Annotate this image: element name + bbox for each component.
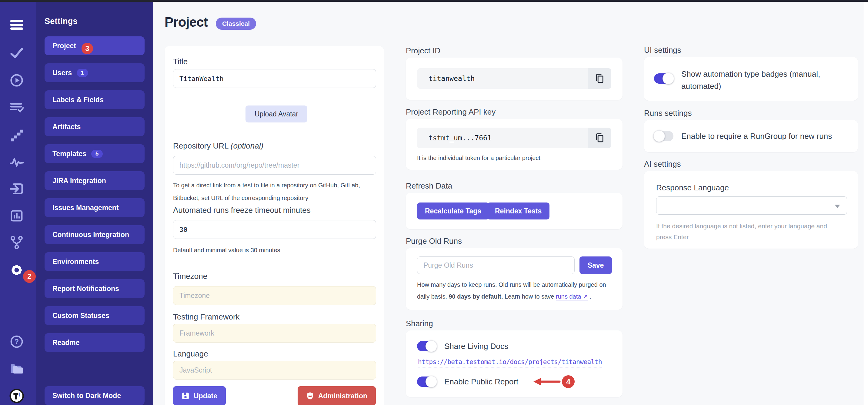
ui-settings-card: Show automation type badges (manual, aut… — [644, 57, 858, 101]
tests-check-icon[interactable] — [9, 46, 24, 60]
sidebar-item-readme[interactable]: Readme — [44, 333, 145, 352]
runs-settings-label: Runs settings — [644, 108, 692, 118]
sidebar-item-report-notifications[interactable]: Report Notifications — [44, 279, 145, 298]
language-input[interactable] — [173, 361, 376, 379]
branches-icon[interactable] — [9, 235, 24, 250]
import-icon[interactable] — [9, 182, 24, 196]
sidebar-item-project[interactable]: Project 3 — [44, 36, 145, 55]
ai-settings-card: Response Language If the desired languag… — [644, 171, 858, 249]
rungroup-row: Enable to require a RunGroup for new run… — [654, 131, 832, 141]
title-input[interactable] — [173, 69, 376, 88]
project-form-card: Title Upload Avatar Repository URL (opti… — [164, 46, 384, 405]
update-button[interactable]: Update — [173, 386, 226, 405]
api-key-card: tstmt_um...7661 It is the individual tok… — [406, 119, 622, 170]
response-language-label: Response Language — [656, 183, 729, 192]
share-living-docs-row: Share Living Docs — [417, 341, 508, 351]
red-arrow-icon — [533, 377, 561, 386]
purge-old-runs-input[interactable] — [417, 256, 575, 274]
sidebar-item-jira-integration[interactable]: JIRA Integration — [44, 171, 145, 190]
projects-folder-icon[interactable] — [9, 361, 24, 376]
project-id-value: titanwealth — [417, 74, 588, 83]
settings-sidebar: Settings Project 3 Users 1 Labels & Fiel… — [36, 0, 153, 405]
runs-play-icon[interactable] — [9, 73, 24, 88]
optional-hint: (optional) — [230, 141, 264, 150]
icon-rail: 2 ? — [0, 0, 36, 405]
testing-framework-input[interactable] — [173, 324, 376, 343]
sidebar-item-continuous-integration[interactable]: Continuous Integration — [44, 225, 145, 244]
project-id-card: titanwealth — [406, 58, 622, 100]
api-key-field: tstmt_um...7661 — [417, 128, 611, 148]
rungroup-label: Enable to require a RunGroup for new run… — [681, 131, 832, 141]
copy-icon[interactable] — [588, 128, 611, 148]
repository-url-label: Repository URL (optional) — [173, 141, 264, 151]
automation-badges-label: Show automation type badges (manual, aut… — [681, 68, 827, 92]
scrollbar-track[interactable] — [863, 2, 868, 405]
runs-data-link[interactable]: runs data — [556, 293, 581, 301]
project-id-field: titanwealth — [417, 68, 611, 89]
settings-page: 2 ? Settings Project 3 Users 1 Labels & … — [0, 0, 868, 405]
sidebar-item-label: Templates — [53, 150, 86, 158]
settings-gear-icon[interactable] — [9, 263, 24, 277]
purge-help: How many days to keep runs. Old runs wil… — [417, 279, 613, 303]
freeze-timeout-input[interactable] — [173, 220, 376, 239]
sidebar-item-label: Artifacts — [53, 123, 81, 131]
steps-icon[interactable] — [9, 128, 24, 143]
rungroup-toggle[interactable] — [654, 131, 674, 141]
automation-badges-toggle[interactable] — [654, 73, 674, 84]
share-living-docs-toggle[interactable] — [417, 341, 436, 351]
external-link-icon[interactable]: ↗ — [581, 293, 588, 301]
api-key-label: Project Reporting API key — [406, 107, 496, 117]
dark-mode-toggle-item[interactable]: Switch to Dark Mode — [44, 386, 145, 405]
copy-icon[interactable] — [588, 68, 611, 89]
analytics-chart-icon[interactable] — [9, 209, 24, 223]
freeze-timeout-label: Automated runs freeze timeout minutes — [173, 206, 311, 215]
language-label: Language — [173, 349, 208, 359]
upload-avatar-button[interactable]: Upload Avatar — [246, 105, 307, 122]
living-docs-link[interactable]: https://beta.testomat.io/docs/projects/t… — [418, 358, 602, 367]
templates-count-badge: 5 — [91, 150, 103, 158]
window-top-edge — [0, 0, 868, 2]
automation-badges-row: Show automation type badges (manual, aut… — [654, 68, 827, 92]
sidebar-item-issues-management[interactable]: Issues Management — [44, 198, 145, 217]
title-label: Title — [173, 57, 188, 66]
app-logo[interactable] — [9, 388, 24, 403]
sidebar-item-label: JIRA Integration — [53, 177, 106, 185]
menu-icon[interactable] — [9, 17, 24, 32]
sidebar-item-custom-statuses[interactable]: Custom Statuses — [44, 306, 145, 325]
sidebar-item-labels-fields[interactable]: Labels & Fields — [44, 90, 145, 109]
recalculate-tags-button[interactable]: Recalculate Tags — [417, 202, 489, 219]
pulse-icon[interactable] — [9, 155, 24, 169]
project-id-label: Project ID — [406, 46, 440, 56]
repository-url-input[interactable] — [173, 156, 376, 175]
sidebar-item-label: Report Notifications — [53, 285, 119, 293]
response-language-select[interactable] — [656, 196, 847, 215]
reindex-tests-button[interactable]: Reindex Tests — [487, 202, 550, 219]
enable-public-report-label: Enable Public Report — [444, 377, 518, 386]
sidebar-item-label: Issues Management — [53, 204, 119, 212]
ai-settings-label: AI settings — [644, 159, 681, 169]
test-plan-checklist-icon[interactable] — [9, 100, 24, 115]
api-key-value: tstmt_um...7661 — [417, 134, 588, 142]
administration-button[interactable]: Administration — [298, 386, 376, 405]
svg-text:?: ? — [14, 338, 19, 346]
users-count-badge: 1 — [77, 69, 88, 77]
enable-public-report-toggle[interactable] — [417, 376, 436, 387]
timezone-label: Timezone — [173, 272, 207, 281]
sidebar-item-environments[interactable]: Environments — [44, 252, 145, 271]
help-icon[interactable]: ? — [9, 334, 24, 349]
freeze-timeout-help: Default and minimal value is 30 minutes — [173, 244, 280, 256]
project-type-badge: Classical — [216, 18, 256, 30]
save-button[interactable]: Save — [580, 256, 612, 274]
share-living-docs-label: Share Living Docs — [444, 342, 508, 351]
response-language-help: If the desired language is not listed, e… — [656, 221, 844, 243]
timezone-input[interactable] — [173, 286, 376, 305]
enable-public-report-row: Enable Public Report 4 — [417, 375, 575, 388]
sidebar-item-users[interactable]: Users 1 — [44, 63, 145, 82]
sharing-label: Sharing — [406, 319, 433, 328]
sharing-card: Share Living Docs https://beta.testomat.… — [406, 331, 622, 397]
sidebar-item-label: Continuous Integration — [53, 231, 129, 239]
sidebar-item-templates[interactable]: Templates 5 — [44, 144, 145, 163]
testing-framework-label: Testing Framework — [173, 312, 240, 322]
sidebar-item-artifacts[interactable]: Artifacts — [44, 117, 145, 136]
sidebar-title: Settings — [44, 17, 78, 26]
